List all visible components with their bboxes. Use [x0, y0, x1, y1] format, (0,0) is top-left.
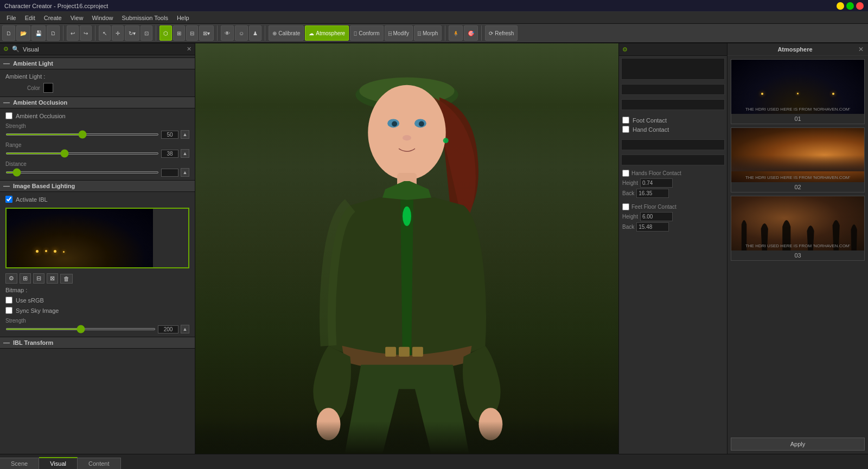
activate-ibl-label[interactable]: Activate IBL	[16, 196, 48, 203]
atmosphere-button[interactable]: ☁Atmosphere	[305, 25, 349, 41]
hand-contact-label[interactable]: Hand Contact	[633, 126, 669, 133]
bitmap-label: Bitmap :	[5, 287, 49, 293]
feet-height-input[interactable]	[640, 212, 673, 221]
ambient-light-section-header[interactable]: — Ambient Light	[0, 57, 195, 69]
open-button[interactable]: 📂	[16, 25, 30, 41]
activate-ibl-checkbox[interactable]	[5, 196, 12, 203]
feet-height-label: Height	[622, 214, 638, 220]
scale-button[interactable]: ⊡	[141, 25, 152, 41]
modify-button[interactable]: ⌸Modify	[385, 25, 413, 41]
maximize-button[interactable]	[846, 2, 854, 10]
menu-edit[interactable]: Edit	[21, 14, 40, 22]
tab-content[interactable]: Content	[78, 458, 121, 469]
menu-help[interactable]: Help	[173, 14, 194, 22]
eye-button[interactable]: 👁	[221, 25, 234, 41]
tab-visual[interactable]: Visual	[39, 457, 78, 469]
hands-height-input[interactable]	[640, 178, 673, 188]
move-button[interactable]: ✛	[112, 25, 124, 41]
atmosphere-apply-button[interactable]: Apply	[731, 438, 865, 451]
ibl-collapse-icon: —	[3, 182, 10, 190]
use-srgb-checkbox[interactable]	[5, 297, 12, 304]
atmosphere-scroll[interactable]: THE HDRI USED HERE IS FROM 'NORHAVEN.COM…	[727, 56, 868, 434]
view-button-3[interactable]: ⊟	[186, 25, 198, 41]
ibl-toolbar: ⚙ ⊞ ⊟ ⊠ 🗑	[0, 272, 195, 285]
menu-submission-tools[interactable]: Submission Tools	[118, 14, 173, 22]
hands-back-input[interactable]	[636, 189, 669, 198]
strength-slider[interactable]	[5, 133, 159, 136]
panel-close-icon[interactable]: ✕	[187, 46, 192, 53]
main-layout: ⚙ 🔍 Visual ✕ — Ambient Light Ambient Lig…	[0, 43, 868, 454]
atmosphere-thumb-02-image: THE HDRI USED HERE IS FROM 'NORHAVEN.COM…	[731, 128, 864, 182]
toolbar-sep-3	[156, 25, 156, 41]
menu-create[interactable]: Create	[40, 14, 66, 22]
ambient-occlusion-checkbox[interactable]	[5, 112, 12, 119]
ibl-save-button[interactable]: ⊟	[33, 273, 44, 284]
atmosphere-thumb-02[interactable]: THE HDRI USED HERE IS FROM 'NORHAVEN.COM…	[731, 127, 865, 192]
distance-value[interactable]	[161, 169, 178, 177]
rotate-button[interactable]: ↻▾	[125, 25, 139, 41]
ibl-strength-increment[interactable]: ▲	[181, 325, 189, 333]
refresh-button[interactable]: ⟳Refresh	[485, 25, 518, 41]
svg-point-15	[403, 207, 411, 226]
calibrate-button[interactable]: ⊕Calibrate	[269, 25, 304, 41]
view-button-2[interactable]: ⊞	[173, 25, 185, 41]
use-srgb-label[interactable]: Use sRGB	[16, 297, 44, 304]
conform-button[interactable]: ⌷Conform	[350, 25, 383, 41]
ibl-section-header[interactable]: — Image Based Lighting	[0, 180, 195, 192]
range-increment[interactable]: ▲	[181, 149, 189, 158]
hand-contact-checkbox[interactable]	[622, 126, 629, 133]
save-button[interactable]: 💾	[31, 25, 46, 41]
undo-button[interactable]: ↩	[67, 25, 79, 41]
view-button-4[interactable]: ⊠▾	[199, 25, 214, 41]
atm-03-label: 03	[731, 250, 864, 260]
new-file-button[interactable]: 🗋	[2, 25, 15, 41]
ambient-light-color-row: Ambient Light :	[0, 72, 195, 81]
minimize-button[interactable]	[837, 2, 844, 10]
pose-button[interactable]: ♟	[249, 25, 261, 41]
ambient-occlusion-label[interactable]: Ambient Occlusion	[16, 113, 66, 119]
sync-sky-label[interactable]: Sync Sky Image	[16, 307, 59, 314]
ibl-preview-container[interactable]	[5, 208, 189, 268]
menu-view[interactable]: View	[66, 14, 88, 22]
sync-sky-checkbox[interactable]	[5, 307, 12, 314]
ibl-settings-button[interactable]: ⚙	[5, 273, 17, 284]
ambient-color-swatch[interactable]	[43, 83, 53, 93]
morph-button[interactable]: ⌹Morph	[414, 25, 442, 41]
ibl-transform-section-header[interactable]: — IBL Transform	[0, 337, 195, 349]
foot-contact-checkbox[interactable]	[622, 117, 629, 124]
menu-window[interactable]: Window	[87, 14, 117, 22]
ibl-load-button[interactable]: ⊞	[20, 273, 31, 284]
hands-floor-checkbox[interactable]	[622, 170, 629, 177]
hands-floor-section: Hands Floor Contact Height Back	[619, 168, 727, 201]
strength-increment[interactable]: ▲	[181, 130, 189, 139]
ibl-clear-button[interactable]: ⊠	[47, 273, 58, 284]
save-as-button[interactable]: 🗋	[47, 25, 60, 41]
ambient-occlusion-section-header[interactable]: — Ambient Occlusion	[0, 97, 195, 108]
strength-value[interactable]	[161, 131, 178, 139]
range-value[interactable]	[161, 150, 178, 158]
atmosphere-thumb-01[interactable]: THE HDRI USED HERE IS FROM 'NORHAVEN.COM…	[731, 59, 865, 124]
figure-button[interactable]: 🧍	[449, 25, 463, 41]
menu-file[interactable]: File	[2, 14, 21, 22]
camera-button[interactable]: 🎯	[464, 25, 478, 41]
distance-increment[interactable]: ▲	[181, 168, 189, 177]
redo-button[interactable]: ↪	[80, 25, 92, 41]
foot-contact-label[interactable]: Foot Contact	[633, 117, 667, 124]
feet-back-input[interactable]	[636, 222, 669, 232]
tab-scene[interactable]: Scene	[0, 458, 39, 469]
range-slider[interactable]	[5, 152, 159, 155]
viewport[interactable]	[195, 43, 618, 454]
open-icon: 📂	[20, 30, 27, 36]
left-panel: ⚙ 🔍 Visual ✕ — Ambient Light Ambient Lig…	[0, 43, 195, 454]
select-button[interactable]: ↖	[99, 25, 111, 41]
feet-floor-checkbox[interactable]	[622, 203, 629, 210]
atmosphere-thumb-03[interactable]: THE HDRI USED HERE IS FROM 'NORHAVEN.COM…	[731, 196, 865, 261]
distance-slider[interactable]	[5, 171, 159, 174]
close-button[interactable]	[856, 2, 864, 10]
lips-button[interactable]: ☺	[235, 25, 248, 41]
atmosphere-close-icon[interactable]: ✕	[858, 46, 864, 53]
ibl-strength-slider[interactable]	[5, 328, 156, 330]
ibl-delete-button[interactable]: 🗑	[60, 274, 73, 284]
ibl-strength-value[interactable]	[158, 325, 178, 333]
view3d-button[interactable]: ⬡	[159, 25, 172, 41]
